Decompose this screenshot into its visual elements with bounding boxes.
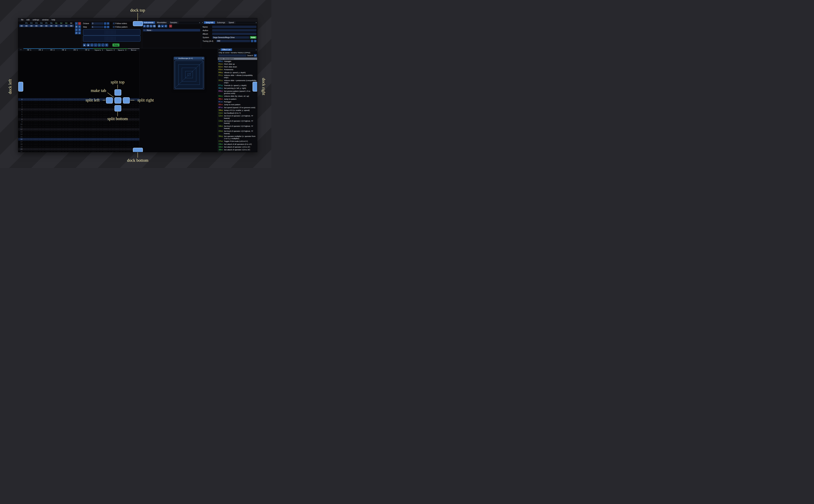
poly-toggle-button[interactable]: Poly: [112, 43, 119, 47]
split-bottom-target[interactable]: [114, 105, 121, 111]
effect-row-07xy[interactable]: 07xyTremolo (x: speed; y: depth): [218, 84, 257, 87]
pattern-cell[interactable]: ··· ·· ·· ···: [128, 104, 139, 105]
pattern-cell[interactable]: ··· ·· ·· ···: [128, 136, 139, 138]
effect-row-01xx[interactable]: 01xxPitch slide up: [218, 63, 257, 65]
pattern-cell[interactable]: ··· ·· ·· ···: [23, 101, 35, 103]
channel-header-fm-3[interactable]: FM 3: [47, 48, 58, 51]
follow-pattern-checkbox[interactable]: ✓: [113, 26, 115, 28]
pattern-cell[interactable]: ··· ·· ·· ···: [70, 118, 81, 120]
pattern-cell[interactable]: ··· ·· ·· ···: [58, 131, 70, 133]
order-duplicate-button[interactable]: ⊞: [75, 25, 78, 28]
pattern-cell[interactable]: ··· ·· ·· ···: [116, 123, 128, 125]
tab-subsongs[interactable]: Subsongs: [215, 21, 227, 24]
pattern-cell[interactable]: ··· ·· ·· ···: [47, 133, 58, 135]
pattern-cell[interactable]: ··· ·· ·· ···: [93, 141, 105, 143]
pattern-cell[interactable]: ··· ·· ·· ···: [93, 128, 105, 130]
effect-row-00xy[interactable]: 00xyArpeggio: [218, 60, 257, 63]
duplicate-instrument-button[interactable]: [146, 25, 149, 27]
channel-header-square-1[interactable]: Square 1: [93, 48, 105, 51]
pattern-cell[interactable]: ··· ·· ·· ···: [116, 128, 128, 130]
pattern-cell[interactable]: ··· ·· ·· ···: [116, 143, 128, 145]
step-decrease-button[interactable]: -: [104, 26, 106, 28]
pattern-cell[interactable]: ··· ·· ·· ···: [58, 116, 70, 118]
effect-search-input[interactable]: [219, 54, 246, 57]
effect-row-12xx[interactable]: 12xxSet level of operator 1 (0 highest, …: [218, 115, 257, 120]
pattern-cell[interactable]: ··· ·· ·· ···: [116, 133, 128, 135]
menu-item-window[interactable]: window: [41, 18, 50, 21]
open-instrument-button[interactable]: [150, 25, 152, 27]
order-cell[interactable]: 00: [34, 25, 39, 27]
menu-item-edit[interactable]: edit: [25, 18, 31, 21]
pattern-cell[interactable]: ··· ·· ·· ···: [23, 111, 35, 113]
order-cell[interactable]: 00: [49, 25, 54, 27]
metronome-button[interactable]: ♩: [101, 43, 104, 47]
effect-row-05xy[interactable]: 05xyVolume slide + vibrato (compatibilit…: [218, 74, 257, 79]
order-move-down-button[interactable]: ∨: [75, 28, 78, 31]
auto-system-button[interactable]: Auto: [250, 36, 256, 39]
pattern-cell[interactable]: ··· ·· ·· ···: [93, 136, 105, 138]
pattern-cell[interactable]: ··· ·· ·· ···: [35, 141, 47, 143]
pattern-cell[interactable]: ··· ·· ·· ···: [105, 113, 116, 115]
pattern-cell[interactable]: ··· ·· ·· ···: [81, 123, 93, 125]
pattern-cell[interactable]: ··· ·· ·· ···: [128, 113, 139, 115]
pattern-cell[interactable]: ··· ·· ·· ···: [58, 99, 70, 100]
pattern-cell[interactable]: ··· ·· ·· ···: [47, 116, 58, 118]
order-cell[interactable]: 00: [44, 25, 49, 27]
pattern-cell[interactable]: ··· ·· ·· ···: [105, 128, 116, 130]
effect-row-03xx[interactable]: 03xxPortamento: [218, 68, 257, 71]
pattern-cell[interactable]: ··· ·· ·· ···: [58, 121, 70, 123]
pattern-cell[interactable]: ··· ·· ·· ···: [128, 111, 139, 113]
pattern-cell[interactable]: ··· ·· ·· ···: [47, 141, 58, 143]
tuning-input[interactable]: 440: [216, 40, 250, 42]
step-increase-button[interactable]: +: [107, 26, 109, 28]
follow-orders-checkbox[interactable]: ✓: [113, 22, 115, 25]
pattern-cell[interactable]: ··· ·· ·· ···: [47, 136, 58, 138]
pattern-cell[interactable]: ··· ·· ·· ···: [81, 111, 93, 113]
close-icon[interactable]: ×: [199, 21, 200, 24]
add-instrument-button[interactable]: [143, 25, 146, 27]
channel-header-fm-2[interactable]: FM 2: [35, 48, 47, 51]
dock-left-target[interactable]: [18, 82, 23, 92]
pattern-cell[interactable]: ··· ·· ·· ···: [116, 148, 128, 150]
pattern-cell[interactable]: ··· ·· ·· ···: [70, 151, 81, 152]
menu-item-help[interactable]: help: [50, 18, 57, 21]
pattern-cell[interactable]: ··· ·· ·· ···: [81, 109, 93, 110]
pattern-cell[interactable]: ··· ·· ·· ···: [35, 101, 47, 103]
pattern-cell[interactable]: ··· ·· ·· ···: [70, 138, 81, 140]
pattern-cell[interactable]: ··· ·· ·· ···: [93, 113, 105, 115]
effect-row-0axy[interactable]: 0AxyVolume slide (0y: down; x0: up): [218, 95, 257, 98]
pattern-cell[interactable]: ··· ·· ·· ···: [23, 133, 35, 135]
pattern-cell[interactable]: ··· ·· ·· ···: [81, 136, 93, 138]
pattern-cell[interactable]: ··· ·· ·· ···: [105, 136, 116, 138]
pattern-cell[interactable]: ··· ·· ·· ···: [70, 109, 81, 110]
pattern-cell[interactable]: ··· ·· ·· ···: [47, 111, 58, 113]
pattern-cell[interactable]: ··· ·· ·· ···: [23, 109, 35, 110]
pattern-cell[interactable]: ··· ·· ·· ···: [58, 141, 70, 143]
pattern-cell[interactable]: ··· ·· ·· ···: [70, 136, 81, 138]
pattern-cell[interactable]: ··· ·· ·· ···: [23, 148, 35, 150]
pattern-cell[interactable]: ··· ·· ·· ···: [93, 106, 105, 108]
expand-channels-button[interactable]: ++: [18, 48, 23, 51]
pattern-cell[interactable]: ··· ·· ·· ···: [23, 99, 35, 100]
pattern-cell[interactable]: ··· ·· ·· ···: [93, 116, 105, 118]
pattern-cell[interactable]: ··· ·· ·· ···: [70, 101, 81, 103]
album-input[interactable]: [212, 33, 256, 35]
pattern-cell[interactable]: ··· ·· ·· ···: [81, 128, 93, 130]
pattern-cell[interactable]: ··· ·· ·· ···: [35, 116, 47, 118]
pattern-cell[interactable]: ··· ·· ·· ···: [23, 146, 35, 148]
pattern-cell[interactable]: ··· ·· ·· ···: [70, 133, 81, 135]
pattern-cell[interactable]: ··· ·· ·· ···: [23, 116, 35, 118]
pattern-cell[interactable]: ··· ·· ·· ···: [81, 106, 93, 108]
pattern-cell[interactable]: ··· ·· ·· ···: [58, 151, 70, 152]
pattern-cell[interactable]: ··· ·· ·· ···: [35, 99, 47, 100]
order-cell[interactable]: 00: [54, 25, 59, 27]
pattern-cell[interactable]: ··· ·· ·· ···: [70, 128, 81, 130]
pattern-cell[interactable]: ··· ·· ·· ···: [23, 121, 35, 123]
pattern-cell[interactable]: ··· ·· ·· ···: [105, 111, 116, 113]
pattern-cell[interactable]: ··· ·· ·· ···: [47, 99, 58, 100]
pattern-cell[interactable]: ··· ·· ·· ···: [47, 143, 58, 145]
effect-row-08xy[interactable]: 08xySet panning (x: left; y: right): [218, 87, 257, 90]
pattern-cell[interactable]: ··· ·· ·· ···: [70, 143, 81, 145]
dock-bottom-target[interactable]: [133, 148, 143, 152]
order-cell[interactable]: 00: [29, 25, 34, 27]
